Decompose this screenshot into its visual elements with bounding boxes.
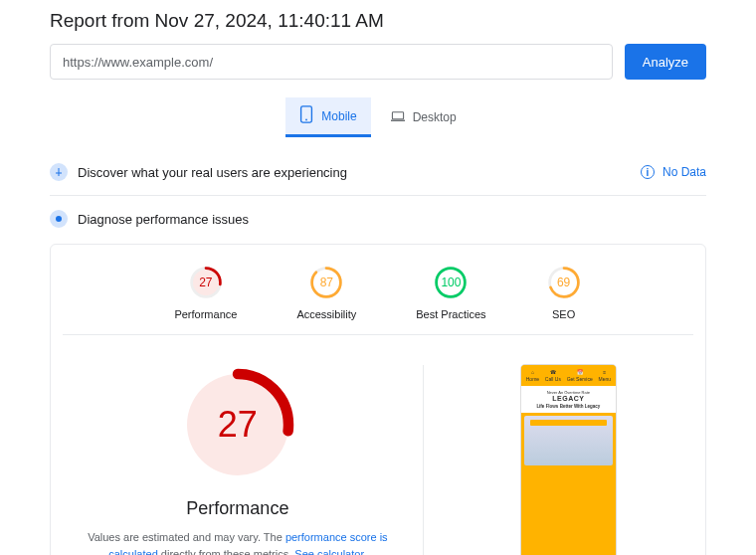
disclaimer: Values are estimated and may vary. The p… [79, 529, 397, 555]
gauge-accessibility[interactable]: 87 Accessibility [296, 265, 356, 320]
performance-big-gauge: 27 [178, 365, 297, 484]
gauge-row: 27 Performance 87 Accessibility 100 Best… [63, 261, 693, 335]
performance-detail: 27 Performance Values are estimated and … [63, 365, 424, 555]
svg-rect-3 [391, 119, 405, 120]
menu-icon: ≡ [603, 369, 606, 375]
mobile-icon [299, 105, 313, 126]
phone-mock: ⌂Home ☎Call Us 📅Get Service ≡Menu Never … [521, 365, 616, 555]
diagnose-label: Diagnose performance issues [78, 212, 249, 227]
tab-desktop-label: Desktop [413, 110, 457, 124]
phone-brand: LEGACY [525, 395, 612, 402]
device-tabs: Mobile Desktop [50, 97, 706, 137]
no-data-label: No Data [662, 165, 706, 179]
tab-desktop[interactable]: Desktop [377, 97, 471, 137]
link-see-calculator[interactable]: See calculator. [294, 548, 366, 556]
gauge-label: SEO [552, 308, 575, 320]
desktop-icon [391, 107, 405, 128]
phone-icon: ☎ [550, 369, 556, 375]
page-title: Report from Nov 27, 2024, 11:40:11 AM [50, 10, 706, 32]
main-area: 27 Performance Values are estimated and … [63, 335, 693, 555]
gauge-label: Best Practices [416, 308, 485, 320]
info-icon: i [641, 165, 655, 179]
calendar-icon: 📅 [577, 369, 583, 375]
svg-point-4 [56, 216, 62, 222]
tab-mobile-label: Mobile [321, 109, 356, 123]
gauge-label: Performance [174, 308, 237, 320]
svg-point-1 [305, 119, 307, 121]
gauge-score: 100 [433, 265, 469, 300]
big-label: Performance [186, 498, 288, 519]
phone-tag: Life Flows Better With Legacy [525, 404, 612, 409]
home-icon: ⌂ [531, 369, 534, 375]
gauge-score: 87 [308, 265, 344, 300]
divider [50, 195, 706, 196]
url-row: Analyze [50, 44, 706, 80]
gauge-score: 69 [546, 265, 582, 300]
gauge-score: 27 [188, 265, 224, 300]
tab-mobile[interactable]: Mobile [285, 97, 370, 137]
svg-rect-2 [392, 111, 403, 118]
discover-section: Discover what your real users are experi… [50, 153, 706, 191]
discover-label: Discover what your real users are experi… [78, 165, 347, 180]
gauge-label: Accessibility [296, 308, 356, 320]
big-score: 27 [178, 365, 297, 484]
phone-iconbar: ⌂Home ☎Call Us 📅Get Service ≡Menu [521, 365, 616, 386]
analyze-button[interactable]: Analyze [625, 44, 706, 80]
gauge-seo[interactable]: 69 SEO [546, 265, 582, 320]
no-data[interactable]: i No Data [641, 165, 706, 179]
phone-hero-image [524, 416, 613, 465]
url-input[interactable] [50, 44, 613, 80]
lighthouse-panel: 27 Performance 87 Accessibility 100 Best… [50, 244, 706, 555]
diagnose-section: Diagnose performance issues [50, 200, 706, 238]
discover-icon [50, 163, 68, 181]
diagnose-icon [50, 210, 68, 228]
gauge-best-practices[interactable]: 100 Best Practices [416, 265, 485, 320]
screenshot-preview: ⌂Home ☎Call Us 📅Get Service ≡Menu Never … [444, 365, 693, 555]
gauge-performance[interactable]: 27 Performance [174, 265, 237, 320]
